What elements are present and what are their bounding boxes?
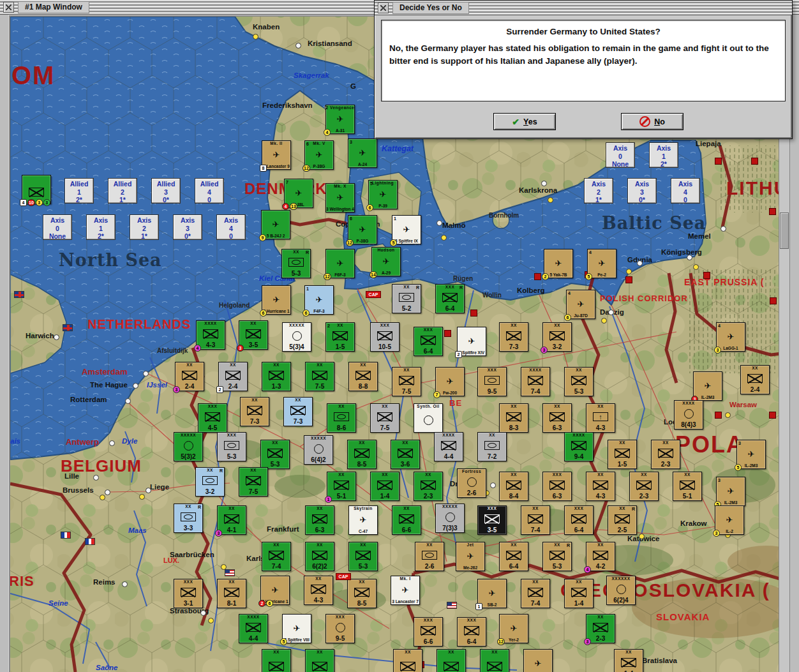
window-menu-icon[interactable] bbox=[3, 2, 14, 13]
unit-counter[interactable]: XXX5-3 bbox=[217, 432, 246, 461]
unit-counter[interactable]: XX2-5R bbox=[608, 505, 637, 535]
unit-counter[interactable]: XXX6-4 bbox=[414, 327, 443, 356]
unit-counter[interactable]: XX1-4 bbox=[564, 579, 594, 608]
unit-counter[interactable]: XX5-11 bbox=[327, 472, 356, 501]
unit-counter[interactable]: XX6(2)2 bbox=[305, 542, 334, 571]
unit-counter[interactable]: XX2-3 bbox=[629, 472, 659, 501]
unit-counter[interactable]: XX bbox=[437, 649, 466, 672]
unit-counter[interactable]: Hudson✈A-2914 bbox=[371, 247, 401, 276]
unit-counter[interactable]: XX7-2 bbox=[477, 432, 507, 461]
unit-counter[interactable]: XX5-2R bbox=[392, 284, 421, 313]
unit-counter[interactable]: Mk. I✈3 Lancaster 7 bbox=[391, 576, 420, 605]
dialog-menu-icon[interactable] bbox=[378, 3, 389, 13]
unit-counter[interactable]: XX3-3R bbox=[174, 504, 203, 533]
unit-counter[interactable]: XX6-4 bbox=[499, 542, 528, 571]
unit-counter[interactable]: XXX6-6 bbox=[414, 617, 443, 646]
unit-counter[interactable]: XX4-3 bbox=[586, 472, 615, 501]
unit-counter[interactable]: XXXXX7(3)3 bbox=[435, 504, 465, 533]
unit-counter[interactable]: XX5-3R bbox=[542, 542, 572, 571]
unit-counter[interactable]: XX7-3 bbox=[499, 322, 528, 352]
unit-counter[interactable]: ✈IL-23 bbox=[715, 505, 744, 535]
yes-button[interactable]: Yes bbox=[493, 113, 556, 130]
unit-counter[interactable]: Synth. Oil bbox=[414, 403, 443, 433]
unit-counter[interactable]: XXXX9-4 bbox=[564, 432, 594, 461]
unit-counter[interactable]: Mk. II✈5 Lancaster 98 bbox=[262, 140, 291, 170]
unit-counter[interactable]: ✈9 Spitfire XIV2 bbox=[457, 327, 486, 356]
unit-counter[interactable]: XXX6-3 bbox=[542, 472, 572, 501]
unit-counter[interactable]: XX7-5 bbox=[305, 362, 334, 391]
unit-counter[interactable]: XXXXXX6(2)4 bbox=[606, 576, 636, 605]
unit-counter[interactable]: ✈F6F-312 bbox=[325, 249, 355, 278]
unit-counter[interactable]: ✈Ju-87D46 bbox=[566, 290, 595, 319]
unit-counter[interactable]: XX1-5 bbox=[608, 440, 637, 469]
unit-counter[interactable]: Mk. X✈3 Wellington 4 bbox=[325, 183, 355, 213]
unit-counter[interactable]: XXXXX6(4)2 bbox=[304, 435, 333, 465]
unit-counter[interactable]: ✈A-243 bbox=[348, 138, 377, 168]
unit-counter[interactable]: XX7-5 bbox=[239, 467, 268, 497]
unit-counter[interactable]: XX2-3 bbox=[414, 472, 443, 501]
unit-counter[interactable]: XXX3-5 bbox=[477, 505, 507, 535]
unit-counter[interactable]: XX7-5 bbox=[392, 367, 421, 396]
unit-counter[interactable]: XX7-5 bbox=[370, 403, 400, 433]
unit-counter[interactable]: ✈Yer-212 bbox=[499, 614, 528, 643]
unit-counter[interactable]: ✈6 Hurricane 16 bbox=[262, 285, 291, 315]
unit-counter[interactable]: XX2-4 bbox=[740, 365, 770, 394]
unit-counter[interactable]: XX2-43 bbox=[175, 362, 204, 391]
no-button[interactable]: No bbox=[621, 113, 683, 130]
unit-counter[interactable]: XX7-3 bbox=[240, 397, 269, 426]
unit-counter[interactable]: XX5-3 bbox=[348, 542, 378, 571]
unit-counter[interactable]: XXX4-5 bbox=[198, 403, 227, 433]
unit-counter[interactable]: XX8-5 bbox=[347, 440, 377, 469]
unit-counter[interactable]: XX8-6 bbox=[327, 403, 356, 433]
unit-counter[interactable]: XX4-24 bbox=[586, 542, 615, 571]
unit-counter[interactable]: XX3-53 bbox=[239, 320, 268, 350]
unit-counter[interactable]: XX bbox=[305, 649, 334, 672]
unit-counter[interactable]: XX2-3 bbox=[651, 440, 680, 469]
unit-counter[interactable]: XX1-52 bbox=[325, 322, 355, 352]
unit-counter[interactable]: XX bbox=[480, 649, 509, 672]
unit-counter[interactable]: XX6-6 bbox=[392, 505, 421, 535]
unit-counter[interactable]: XX1-4 bbox=[614, 649, 643, 672]
unit-counter[interactable]: XX8-1 bbox=[217, 579, 246, 608]
unit-counter[interactable]: ✈5 B-24J 29 bbox=[261, 210, 290, 239]
unit-counter[interactable]: XXX6-4R bbox=[435, 284, 465, 313]
unit-counter[interactable]: XXXX4-34 bbox=[196, 320, 225, 350]
unit-counter[interactable]: XX8-8 bbox=[348, 362, 378, 391]
unit-counter[interactable]: ✈IL-2M33 bbox=[693, 371, 722, 401]
unit-counter[interactable]: XX4-13 bbox=[217, 505, 246, 535]
scrollbar-thumb[interactable] bbox=[780, 213, 789, 249]
unit-counter[interactable]: XX2-42 bbox=[218, 362, 248, 391]
unit-counter[interactable]: XX1-4 bbox=[370, 472, 400, 501]
unit-counter[interactable]: XX↑4-3 bbox=[586, 403, 615, 433]
unit-counter[interactable]: XXX9-5 bbox=[477, 367, 507, 396]
unit-counter[interactable]: Skytrain✈C-47 bbox=[348, 505, 378, 535]
unit-counter[interactable]: XXX3-1 bbox=[174, 579, 203, 608]
unit-counter[interactable]: XXXX7-4 bbox=[521, 367, 550, 396]
unit-counter[interactable]: Fortress2-6 bbox=[457, 468, 486, 498]
unit-counter[interactable]: XX7-4 bbox=[521, 505, 550, 535]
unit-counter[interactable]: XX5-3R bbox=[281, 249, 311, 278]
unit-counter[interactable]: XX3-2R bbox=[195, 467, 225, 497]
unit-counter[interactable]: ✈LaGG-143 bbox=[716, 322, 745, 352]
unit-counter[interactable]: 2 Vengeance✈A-314 bbox=[325, 105, 355, 134]
unit-counter[interactable]: XXX6-4 bbox=[457, 617, 486, 646]
unit-counter[interactable]: XX bbox=[262, 649, 291, 672]
unit-counter[interactable]: XX bbox=[393, 649, 422, 672]
unit-counter[interactable]: XXXXX5(3)4 bbox=[282, 322, 311, 352]
unit-counter[interactable]: XX3-6 bbox=[391, 440, 420, 469]
unit-counter[interactable]: ✈IL-2M335 bbox=[736, 440, 766, 469]
unit-counter[interactable]: XX3-23 bbox=[542, 322, 572, 352]
unit-counter[interactable]: ✈4 Hurricane 126 bbox=[260, 576, 290, 605]
unit-counter[interactable]: Jet✈Me-262 bbox=[456, 542, 485, 571]
unit-counter[interactable]: XXXX4-4 bbox=[239, 614, 268, 643]
unit-counter[interactable]: ✈5 Yak-7B2 bbox=[544, 249, 573, 278]
unit-counter[interactable]: ✈Pe-245 bbox=[587, 249, 616, 278]
unit-counter[interactable]: Lightning✈P-3956 bbox=[368, 180, 398, 209]
unit-counter[interactable]: XX6-3 bbox=[305, 505, 334, 535]
unit-counter[interactable]: ✈Pe-2 bbox=[523, 649, 553, 672]
unit-counter[interactable]: XX8-3 bbox=[499, 403, 528, 433]
unit-counter[interactable]: XX2-6 bbox=[415, 542, 444, 571]
unit-counter[interactable]: ✈IL-2M335 bbox=[716, 477, 745, 506]
unit-counter[interactable]: XXXX8(4)3 bbox=[674, 400, 703, 429]
unit-counter[interactable]: ✈7 Spitfire VIII5 bbox=[282, 614, 311, 643]
